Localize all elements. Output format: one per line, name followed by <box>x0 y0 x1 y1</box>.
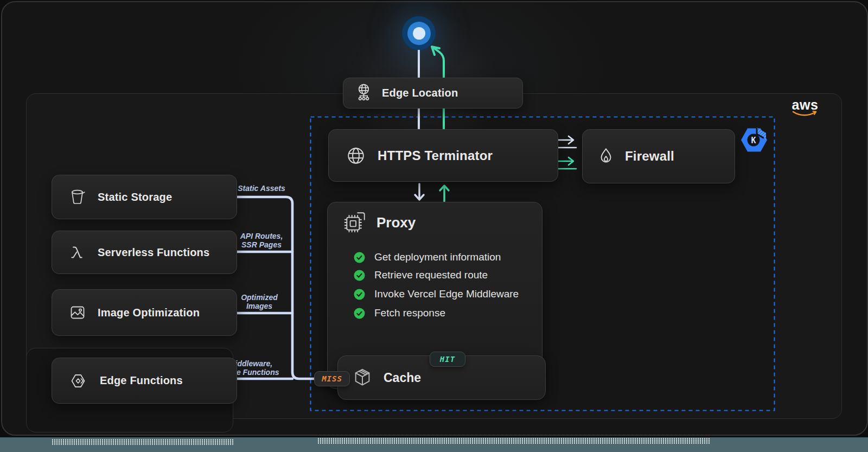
node-label: Firewall <box>625 149 674 164</box>
node-https-terminator: HTTPS Terminator <box>328 129 558 182</box>
globe-icon <box>346 146 366 165</box>
aws-logo-text: aws <box>791 99 819 110</box>
check-circle-icon <box>354 289 365 300</box>
trunk-lines <box>224 193 314 383</box>
check-circle-icon <box>354 252 365 263</box>
package-cube-icon <box>352 367 373 388</box>
bucket-icon <box>69 188 86 206</box>
flow-label-line: Static Assets <box>232 184 291 193</box>
flow-label-line: SSR Pages <box>232 241 291 250</box>
k-hexagon-logo: K <box>741 126 767 156</box>
node-label: HTTPS Terminator <box>378 148 493 163</box>
checklist-text: Get deployment information <box>374 251 501 263</box>
user-origin-dot-core <box>413 27 425 40</box>
node-label: Edge Functions <box>100 374 183 387</box>
miss-badge: MISS <box>314 371 350 386</box>
node-label: Static Storage <box>98 191 172 203</box>
aws-logo: aws <box>791 99 819 121</box>
check-circle-icon <box>354 270 365 281</box>
edge-functions-icon <box>69 373 88 389</box>
flame-icon <box>598 147 614 165</box>
checklist-item: Get deployment information <box>354 251 501 263</box>
k-logo-letter: K <box>751 136 756 145</box>
proxy-title: Proxy <box>343 210 416 235</box>
node-label: Edge Location <box>382 87 458 99</box>
flow-label-line: Optimized <box>229 294 289 302</box>
hit-badge-text: HIT <box>440 355 455 364</box>
flow-label-api-routes: API Routes, SSR Pages <box>232 232 291 249</box>
node-edge-location: Edge Location <box>343 78 523 109</box>
checklist-text: Invoke Vercel Edge Middleware <box>374 288 519 300</box>
flow-label-line: Images <box>229 302 289 311</box>
node-label: Serverless Functions <box>98 246 209 259</box>
hit-badge: HIT <box>430 352 465 367</box>
node-label: Image Optimization <box>98 307 200 319</box>
node-edge-functions: Edge Functions <box>52 358 237 404</box>
globe-network-icon <box>355 83 372 103</box>
lambda-icon <box>69 244 86 260</box>
miss-badge-text: MISS <box>322 374 342 383</box>
flow-label-optimized-images: Optimized Images <box>229 294 289 310</box>
node-firewall: Firewall <box>582 129 735 183</box>
image-icon <box>69 304 86 321</box>
node-label: Cache <box>384 371 421 385</box>
checklist-text: Fetch response <box>374 307 445 319</box>
check-circle-icon <box>354 308 365 319</box>
flow-label-static-assets: Static Assets <box>232 184 291 193</box>
aws-smile-arrow-icon <box>791 110 819 119</box>
node-static-storage: Static Storage <box>52 175 237 219</box>
node-serverless-functions: Serverless Functions <box>52 231 237 274</box>
diagram-canvas: Edge Location HTTPS Terminator Firewall <box>0 0 868 452</box>
flow-label-line: API Routes, <box>232 232 291 241</box>
node-image-optimization: Image Optimization <box>52 289 237 336</box>
checklist-item: Fetch response <box>354 307 445 319</box>
user-origin-dot <box>402 16 436 50</box>
chip-icon <box>343 210 368 235</box>
node-label: Proxy <box>376 214 416 231</box>
user-origin-dot-ring <box>407 22 431 45</box>
checklist-text: Retrieve requested route <box>374 269 488 281</box>
checklist-item: Retrieve requested route <box>354 269 488 281</box>
checklist-item: Invoke Vercel Edge Middleware <box>354 288 519 300</box>
